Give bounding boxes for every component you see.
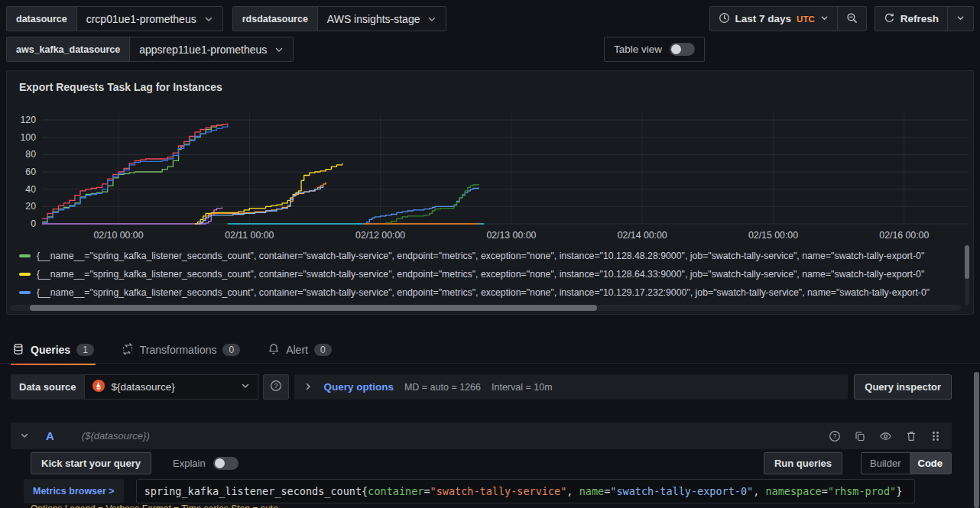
delete-query-button[interactable] bbox=[904, 429, 919, 444]
chevron-down-icon bbox=[204, 15, 213, 24]
transformations-icon bbox=[122, 343, 134, 358]
zoom-out-icon bbox=[846, 12, 858, 26]
bell-icon bbox=[268, 343, 280, 358]
query-ref-id: A bbox=[46, 429, 54, 442]
time-controls: Last 7 days UTC Refresh bbox=[709, 6, 974, 31]
template-variables: datasource crcp01ue1-prometheus rdsdatas… bbox=[6, 6, 446, 31]
query-help-button[interactable]: ? bbox=[827, 429, 842, 444]
svg-text:02/12 00:00: 02/12 00:00 bbox=[355, 230, 405, 241]
promql-editor[interactable]: spring_kafka_listener_seconds_count{cont… bbox=[136, 479, 915, 503]
legend-item[interactable]: {__name__="spring_kafka_listener_seconds… bbox=[19, 283, 958, 302]
timeseries-chart[interactable]: 02040608010012002/10 00:0002/11 00:0002/… bbox=[7, 108, 973, 245]
tab-transformations[interactable]: Transformations 0 bbox=[120, 337, 242, 363]
datasource-label: Data source bbox=[11, 374, 84, 400]
scrollbar-thumb[interactable] bbox=[974, 372, 979, 508]
builder-mode-button[interactable]: Builder bbox=[862, 453, 909, 474]
top-toolbar-row-1: datasource crcp01ue1-prometheus rdsdatas… bbox=[6, 6, 974, 31]
legend-item[interactable]: {__name__="spring_kafka_listener_seconds… bbox=[19, 247, 958, 265]
legend-series-label: {__name__="spring_kafka_listener_seconds… bbox=[37, 269, 924, 280]
legend-item[interactable]: {__name__="spring_kafka_listener_seconds… bbox=[19, 265, 958, 283]
chevron-right-icon bbox=[303, 380, 313, 394]
code-mode-button[interactable]: Code bbox=[910, 453, 952, 474]
page-scrollbar[interactable] bbox=[974, 337, 979, 508]
legend-horizontal-scrollbar[interactable] bbox=[10, 305, 961, 311]
query-toolbar: Kick start your query Explain Run querie… bbox=[31, 452, 952, 474]
chart-legend: {__name__="spring_kafka_listener_seconds… bbox=[19, 247, 958, 305]
scrollbar-thumb[interactable] bbox=[965, 245, 969, 279]
svg-text:100: 100 bbox=[20, 132, 36, 143]
tab-label: Alert bbox=[286, 344, 308, 356]
max-data-points-value: MD = auto = 1266 bbox=[404, 382, 481, 393]
chevron-down-icon bbox=[956, 13, 965, 24]
tab-count-badge: 1 bbox=[76, 344, 94, 356]
tab-label: Queries bbox=[31, 344, 70, 356]
query-options-bar[interactable]: Query options MD = auto = 1266 Interval … bbox=[294, 374, 848, 400]
explain-toggle[interactable] bbox=[213, 457, 239, 470]
refresh-interval-dropdown[interactable] bbox=[947, 7, 973, 31]
variable-aws-kafka-dropdown[interactable]: appsrep11ue1-prometheus bbox=[130, 37, 293, 61]
panel-title: Export Requests Task Lag for Instances bbox=[19, 81, 222, 93]
refresh-button[interactable]: Refresh bbox=[875, 7, 947, 31]
svg-text:0: 0 bbox=[31, 218, 36, 229]
legend-series-color bbox=[19, 291, 31, 294]
variable-aws-kafka-value: appsrep11ue1-prometheus bbox=[139, 44, 267, 56]
tab-queries[interactable]: Queries 1 bbox=[11, 337, 96, 363]
variable-rdsdatasource: rdsdatasource AWS insights-stage bbox=[232, 6, 447, 31]
query-options-link[interactable]: Query options bbox=[323, 381, 394, 393]
variable-datasource-value: crcp01ue1-prometheus bbox=[86, 13, 196, 25]
chevron-down-icon bbox=[241, 381, 250, 393]
template-variables-2: aws_kafka_datasource appsrep11ue1-promet… bbox=[6, 37, 974, 62]
time-range-label: Last 7 days bbox=[735, 13, 792, 24]
query-row-header[interactable]: A (${datasource}) ? bbox=[11, 422, 952, 449]
legend-series-color bbox=[19, 273, 31, 276]
legend-series-color bbox=[19, 254, 31, 257]
chevron-down-icon bbox=[820, 13, 829, 24]
query-inspector-button[interactable]: Query inspector bbox=[854, 374, 952, 400]
datasource-help-button[interactable]: ? bbox=[263, 374, 289, 400]
svg-text:40: 40 bbox=[25, 184, 36, 195]
variable-rdsdatasource-label: rdsdatasource bbox=[233, 7, 318, 31]
query-row-actions: ? bbox=[827, 429, 943, 444]
code-editor-row: Metrics browser > spring_kafka_listener_… bbox=[24, 479, 915, 503]
database-icon bbox=[12, 343, 24, 358]
variable-datasource: datasource crcp01ue1-prometheus bbox=[6, 6, 223, 31]
metrics-browser-link[interactable]: Metrics browser > bbox=[24, 479, 124, 503]
legend-vertical-scrollbar[interactable] bbox=[965, 245, 969, 305]
toggle-knob bbox=[215, 458, 225, 468]
svg-text:02/13 00:00: 02/13 00:00 bbox=[486, 230, 536, 241]
duplicate-query-button[interactable] bbox=[852, 429, 868, 444]
tab-alert[interactable]: Alert 0 bbox=[266, 337, 333, 363]
datasource-select[interactable]: ${datasource} bbox=[84, 374, 258, 400]
run-queries-button[interactable]: Run queries bbox=[764, 452, 842, 474]
svg-text:80: 80 bbox=[25, 149, 36, 160]
prometheus-icon bbox=[92, 380, 105, 394]
zoom-out-button[interactable] bbox=[837, 7, 866, 31]
refresh-icon bbox=[884, 12, 895, 26]
legend-series-label: {__name__="spring_kafka_listener_seconds… bbox=[37, 251, 924, 261]
table-view-toggle[interactable] bbox=[670, 43, 695, 56]
variable-datasource-dropdown[interactable]: crcp01ue1-prometheus bbox=[77, 7, 222, 31]
refresh-group: Refresh bbox=[875, 6, 974, 31]
drag-handle-icon[interactable] bbox=[929, 429, 943, 444]
variable-aws-kafka-datasource: aws_kafka_datasource appsrep11ue1-promet… bbox=[6, 37, 294, 62]
variable-aws-kafka-label: aws_kafka_datasource bbox=[7, 37, 130, 61]
toggle-knob bbox=[671, 44, 681, 54]
time-picker-group: Last 7 days UTC bbox=[709, 6, 867, 31]
scrollbar-thumb[interactable] bbox=[30, 305, 597, 311]
chevron-down-icon bbox=[274, 45, 284, 54]
variable-rdsdatasource-dropdown[interactable]: AWS insights-stage bbox=[318, 7, 446, 31]
svg-text:60: 60 bbox=[25, 167, 36, 177]
explain-label: Explain bbox=[173, 458, 206, 469]
kick-start-query-button[interactable]: Kick start your query bbox=[31, 452, 151, 474]
variable-datasource-label: datasource bbox=[7, 7, 77, 31]
tab-count-badge: 0 bbox=[222, 344, 240, 356]
variable-rdsdatasource-value: AWS insights-stage bbox=[327, 13, 420, 25]
hide-query-button[interactable] bbox=[878, 429, 894, 444]
legend-series-label: {__name__="spring_kafka_listener_seconds… bbox=[37, 287, 930, 298]
editor-tabs: Queries 1 Transformations 0 Alert 0 bbox=[11, 337, 333, 363]
top-toolbar-row-2: aws_kafka_datasource appsrep11ue1-promet… bbox=[6, 37, 974, 62]
time-range-picker[interactable]: Last 7 days UTC bbox=[710, 7, 837, 31]
svg-text:02/11 00:00: 02/11 00:00 bbox=[225, 230, 274, 241]
collapse-chevron-icon[interactable] bbox=[20, 429, 29, 443]
divider bbox=[0, 363, 980, 364]
